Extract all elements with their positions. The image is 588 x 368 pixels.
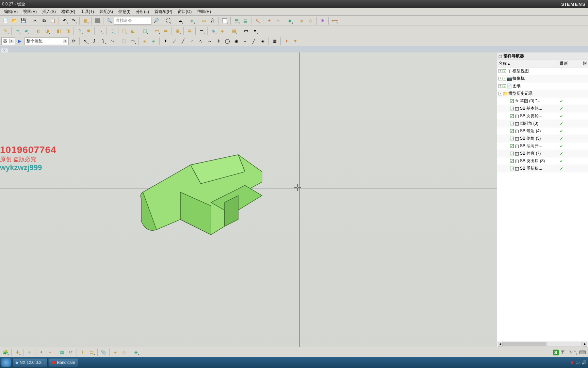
expand-icon[interactable]: - — [499, 92, 502, 95]
snap-circle2-icon[interactable]: ◉ — [232, 37, 240, 45]
save-icon[interactable]: 💾 — [19, 17, 27, 25]
tree-node[interactable]: ✓◫SB 基本轮...✓ — [497, 105, 588, 112]
checkbox-icon[interactable]: ✓ — [510, 144, 514, 148]
filter-type-dropdown[interactable]: 器 — [1, 37, 15, 45]
scroll-thumb[interactable] — [504, 342, 546, 346]
snap-pole-icon[interactable]: ◈ — [259, 37, 267, 45]
more5-icon[interactable]: ▾ — [251, 27, 259, 35]
sel-tool1-icon[interactable]: ⟳ — [69, 37, 78, 45]
sogou-icon[interactable]: S — [553, 350, 559, 355]
checkbox-icon[interactable]: ✓ — [510, 107, 514, 110]
menu-help[interactable]: 帮助(H) — [194, 8, 214, 15]
redo-icon[interactable]: ↷ — [69, 17, 78, 25]
sequence-icon[interactable]: ▤ — [87, 348, 96, 356]
checkbox-icon[interactable]: ✓ — [510, 129, 514, 133]
flat-pattern-icon[interactable]: ▦ — [174, 27, 182, 35]
menu-view[interactable]: 视图(V) — [20, 8, 39, 15]
filter-arrow-icon[interactable]: ▶ — [16, 37, 24, 45]
view-layout2-icon[interactable]: 合 — [209, 17, 217, 25]
more4-icon[interactable]: ▭ — [242, 27, 250, 35]
menu-prefs[interactable]: 首选项(P) — [152, 8, 175, 15]
corner-icon[interactable]: ◣ — [129, 27, 137, 35]
export-flat-icon[interactable]: ▤ — [185, 27, 194, 35]
assem1-icon[interactable]: 🧩 — [1, 348, 10, 356]
sel-face-icon[interactable]: ◈ — [149, 37, 158, 45]
tree-node[interactable]: ✓◫倒斜角 (3)✓ — [497, 120, 588, 127]
unbend-icon[interactable]: ⬚ — [141, 27, 149, 35]
tree-node[interactable]: ✓◫SB 弯边 (4)✓ — [497, 127, 588, 135]
edit-section-icon[interactable]: ⬓ — [241, 17, 249, 25]
sel-more-icon[interactable]: ⤳ — [108, 37, 116, 45]
close-tab-icon[interactable]: ✕ — [3, 49, 6, 52]
checkbox-icon[interactable]: ✓ — [510, 99, 514, 103]
checkbox-icon[interactable]: ✓ — [503, 84, 506, 88]
tree-node[interactable]: +✓📄图纸 — [497, 82, 588, 90]
ime-label[interactable]: 五 — [561, 349, 566, 355]
menu-insert[interactable]: 插入(S) — [39, 8, 59, 15]
assembly-scope-dropdown[interactable]: 整个装配 — [24, 37, 69, 45]
snap-center-icon[interactable]: ✳ — [214, 37, 223, 45]
ime-comma-icon[interactable]: °, — [574, 350, 577, 355]
scroll-left-icon[interactable]: ◀ — [498, 342, 503, 347]
expand-icon[interactable]: + — [499, 77, 502, 80]
menu-edit[interactable]: 编辑(E) — [1, 8, 20, 15]
navigator-hscrollbar[interactable]: ◀ ▶ — [497, 341, 588, 347]
taskbar-item-bandicam[interactable]: Bandicam — [49, 358, 78, 367]
flat-solid-icon[interactable]: ═ — [162, 27, 170, 35]
tree-node[interactable]: ✓◫SB 伸直 (7)✓ — [497, 150, 588, 157]
analysis2-icon[interactable]: ◈ — [298, 17, 306, 25]
quick-pick-icon[interactable]: ✦ — [282, 37, 291, 45]
tree-node[interactable]: ✓✎草图 (0) "...✓ — [497, 97, 588, 105]
tray-volume-icon[interactable]: 🔊 — [582, 360, 587, 365]
layer-icon[interactable]: ▦ — [81, 17, 89, 25]
tree-node[interactable]: ✓◫SB 次要轮...✓ — [497, 112, 588, 120]
expand-icon[interactable]: + — [499, 84, 502, 88]
document-tab[interactable]: ✕ — [1, 48, 8, 52]
menu-window[interactable]: 窗口(O) — [175, 8, 194, 15]
tree-node[interactable]: ✓◫SB 重新折...✓ — [497, 165, 588, 172]
menu-format[interactable]: 格式(R) — [59, 8, 78, 15]
taskbar-item-nx[interactable]: ◆ NX 12.0.0.2... — [12, 358, 48, 367]
snap-point-icon[interactable]: ✦ — [161, 37, 169, 45]
start-button[interactable] — [1, 358, 11, 367]
tab-feature-icon[interactable]: ▱ — [13, 27, 21, 35]
tray-monitor-icon[interactable]: 🖵 — [575, 360, 579, 365]
scroll-right-icon[interactable]: ▶ — [583, 342, 587, 347]
constr1-icon[interactable]: ⟐ — [25, 348, 33, 356]
scroll-track[interactable] — [503, 342, 582, 347]
contour-flange-icon[interactable]: ◐ — [34, 27, 42, 35]
tree-node[interactable]: ✓◫SB 倒角 (5)✓ — [497, 135, 588, 142]
analysis1-icon[interactable]: ◆ — [286, 17, 294, 25]
tree-node[interactable]: ✓◫SB 突出块 (8)✓ — [497, 157, 588, 165]
command-search-input[interactable]: 查找命令 — [114, 17, 151, 25]
section-view-icon[interactable]: ⬒ — [232, 17, 241, 25]
snap-plus-icon[interactable]: ＋ — [241, 37, 249, 45]
checkbox-icon[interactable]: ✓ — [510, 167, 514, 170]
replace-comp-icon[interactable]: ⟳ — [67, 348, 75, 356]
menu-analysis[interactable]: 分析(L) — [133, 8, 152, 15]
sel-rect-icon[interactable]: ▭ — [129, 37, 137, 45]
system-tray[interactable]: 🖵 🔊 — [571, 360, 587, 365]
measure2-icon[interactable]: ✧ — [274, 17, 282, 25]
tree-node[interactable]: +✓📷摄像机 — [497, 75, 588, 82]
navigator-tree[interactable]: +✓◫模型视图+✓📷摄像机+✓📄图纸-📁模型历史记录✓✎草图 (0) "...✓… — [497, 67, 588, 341]
menu-tools[interactable]: 工具(T) — [78, 8, 97, 15]
snap-ctrl-icon[interactable]: ⟋ — [188, 37, 196, 45]
bend1-icon[interactable]: ◧ — [55, 27, 63, 35]
mirror-comp-icon[interactable]: ⟊ — [46, 348, 54, 356]
background-icon[interactable] — [220, 17, 229, 25]
more1-icon[interactable]: ◈ — [209, 27, 217, 35]
snap-end-icon[interactable]: ／ — [170, 37, 178, 45]
ime-keyboard-icon[interactable]: ⌨ — [579, 350, 586, 355]
orient-view-icon[interactable]: ◈ — [188, 17, 196, 25]
checkbox-icon[interactable]: ✓ — [510, 159, 514, 163]
col-latest[interactable]: 最新 — [558, 61, 582, 66]
snap-diag-icon[interactable]: ╱ — [250, 37, 258, 45]
analysis4-icon[interactable]: ✱ — [318, 17, 327, 25]
dimension-icon[interactable]: ⟷ — [330, 17, 339, 25]
louver-icon[interactable]: ▣ — [84, 27, 93, 35]
menu-assembly[interactable]: 装配(A) — [97, 8, 116, 15]
sheet-metal-prefs-icon[interactable]: ▭ — [197, 27, 206, 35]
col-name[interactable]: 名称▲ — [497, 61, 558, 66]
normal-cutout-icon[interactable]: ▢ — [120, 27, 128, 35]
